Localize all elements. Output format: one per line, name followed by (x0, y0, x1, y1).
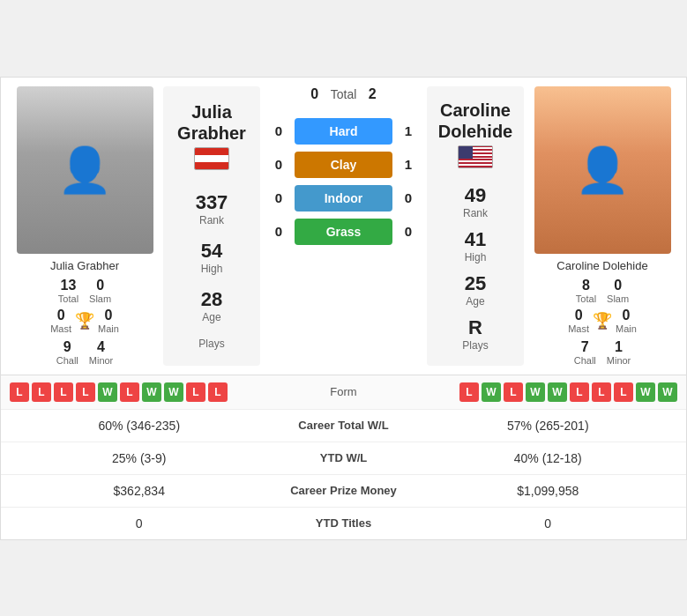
player2-main-value: 0 (616, 308, 637, 323)
form-badge-w: W (164, 382, 183, 402)
player2-age-stat: 25 Age (465, 272, 486, 308)
player1-silhouette: 👤 (17, 86, 153, 254)
clay-score2: 1 (398, 157, 419, 172)
player1-minor-value: 4 (89, 339, 114, 355)
player2-trophy-row: 0 Mast 🏆 0 Main (568, 308, 637, 334)
hard-button[interactable]: Hard (295, 118, 392, 145)
player2-chall-value: 7 (574, 339, 596, 355)
form-badge-l: L (592, 382, 611, 402)
grass-score2: 0 (398, 224, 419, 239)
player1-stats-row1: 13 Total 0 Slam (58, 278, 111, 304)
player2-minor-label: Minor (607, 355, 631, 366)
player2-slam-cell: 0 Slam (607, 278, 629, 304)
form-badge-w: W (658, 382, 677, 402)
clay-score1: 0 (268, 157, 289, 172)
player1-trophy-icon: 🏆 (75, 311, 94, 330)
form-badge-w: W (482, 382, 501, 402)
player2-chall-label: Chall (574, 355, 596, 366)
player1-total-label: Total (58, 293, 78, 304)
form-badge-l: L (76, 382, 95, 402)
indoor-score1: 0 (268, 190, 289, 205)
court-row-hard: 0 Hard 1 (268, 118, 419, 145)
player1-mast-cell: 0 Mast (50, 308, 71, 334)
ytd-wl-row: 25% (3-9) YTD W/L 40% (12-18) (1, 442, 686, 475)
form-badge-l: L (10, 382, 29, 402)
player2-photo: 👤 (534, 86, 671, 254)
flag-us (458, 145, 493, 168)
player1-main-label: Main (98, 323, 119, 334)
player1-rank-stat: 337 Rank (196, 191, 228, 226)
total-row: 0 Total 2 (304, 86, 384, 102)
player2-trophy-icon: 🏆 (593, 311, 612, 330)
form-badge-l: L (54, 382, 73, 402)
ytd-wl-label: YTD W/L (265, 451, 423, 464)
player1-name-line2: Grabher (177, 122, 246, 144)
player2-high-label: High (465, 251, 487, 263)
form-badge-l: L (32, 382, 51, 402)
player2-rank-label: Rank (463, 207, 488, 219)
player1-rank-value: 337 (196, 191, 228, 214)
indoor-button[interactable]: Indoor (295, 185, 392, 212)
player2-form-badges: LWLWWLLLWW (397, 382, 678, 402)
player1-header-block: Julia Grabher (177, 101, 246, 174)
player2-name-under: Caroline Dolehide (556, 259, 647, 272)
flag-austria (194, 147, 229, 170)
player1-slam-cell: 0 Slam (89, 278, 111, 304)
player1-high-value: 54 (201, 240, 223, 263)
player1-total-cell: 13 Total (58, 278, 78, 304)
career-wl-label: Career Total W/L (265, 419, 423, 432)
player2-high-value: 41 (465, 228, 487, 251)
player1-high-stat: 54 High (201, 240, 223, 275)
player1-panel: 👤 Julia Grabher 13 Total 0 Slam 0 Mast 🏆 (10, 86, 160, 366)
player1-chall-label: Chall (56, 355, 78, 366)
player1-mast-value: 0 (50, 308, 71, 323)
form-badge-l: L (504, 382, 523, 402)
player1-high-label: High (201, 263, 223, 275)
player2-mast-cell: 0 Mast (568, 308, 589, 334)
career-wl-row: 60% (346-235) Career Total W/L 57% (265-… (1, 410, 686, 442)
player1-stats-row2: 9 Chall 4 Minor (56, 339, 114, 366)
player1-chall-cell: 9 Chall (56, 339, 78, 366)
player2-age-label: Age (465, 295, 486, 308)
total-label: Total (331, 87, 357, 101)
player2-silhouette: 👤 (534, 86, 671, 254)
player1-slam-value: 0 (89, 278, 111, 293)
player1-ytd-titles: 0 (14, 516, 265, 531)
form-badge-w: W (548, 382, 567, 402)
player2-mid-panel: Caroline Dolehide (427, 86, 524, 366)
player2-high-stat: 41 High (465, 228, 487, 263)
player2-main-cell: 0 Main (616, 308, 637, 334)
clay-button[interactable]: Clay (295, 152, 392, 178)
court-row-grass: 0 Grass 0 (268, 219, 419, 245)
player2-age-value: 25 (465, 272, 486, 295)
player1-main-cell: 0 Main (98, 308, 119, 334)
player1-mast-label: Mast (50, 323, 71, 334)
prize-row: $362,834 Career Prize Money $1,099,958 (1, 475, 686, 508)
player2-minor-cell: 1 Minor (607, 339, 631, 366)
player2-career-wl: 57% (265-201) (423, 419, 674, 433)
player1-prize: $362,834 (14, 484, 265, 498)
court-row-clay: 0 Clay 1 (268, 152, 419, 178)
form-badge-w: W (98, 382, 117, 402)
player2-ytd-wl: 40% (12-18) (423, 451, 674, 465)
player1-main-value: 0 (98, 308, 119, 323)
player2-plays-label: Plays (462, 339, 488, 352)
player2-header-block: Caroline Dolehide (438, 100, 512, 172)
player1-slam-label: Slam (89, 293, 111, 304)
player1-age-value: 28 (201, 288, 222, 311)
court-rows: 0 Hard 1 0 Clay 1 0 Indoor 0 0 Grass (268, 118, 419, 252)
player1-name-under: Julia Grabher (50, 259, 119, 272)
top-section: 👤 Julia Grabher 13 Total 0 Slam 0 Mast 🏆 (1, 78, 686, 375)
player2-total-label: Total (576, 293, 596, 304)
player2-panel: 👤 Caroline Dolehide 8 Total 0 Slam 0 Mas… (527, 86, 677, 366)
player1-flag (194, 147, 229, 170)
grass-score1: 0 (268, 224, 289, 239)
player2-stats-row1: 8 Total 0 Slam (576, 278, 629, 304)
form-badge-w: W (636, 382, 655, 402)
form-badge-l: L (459, 382, 479, 402)
player2-flag (458, 145, 493, 168)
player1-form-badges: LLLLWLWWLL (10, 382, 291, 402)
grass-button[interactable]: Grass (295, 219, 392, 245)
player1-chall-value: 9 (56, 339, 78, 355)
player2-rank-value: 49 (463, 184, 488, 207)
